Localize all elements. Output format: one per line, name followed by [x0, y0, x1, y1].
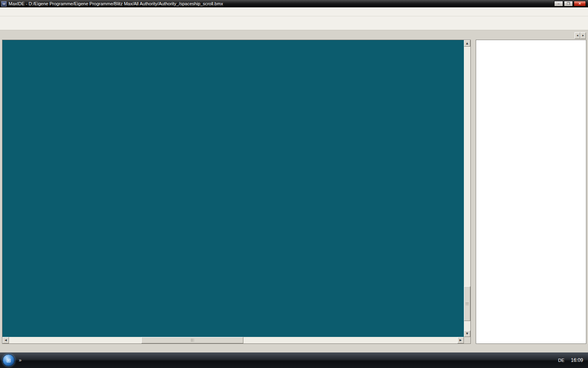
menu-bar	[0, 7, 588, 16]
language-indicator[interactable]: DE	[558, 358, 564, 363]
start-button[interactable]: ⊞	[2, 354, 15, 366]
vertical-scrollbar[interactable]: ▲ ▼	[464, 40, 470, 337]
panel-tab-strip: ◂ ▸	[476, 31, 586, 40]
system-tray: DE 16:09	[558, 357, 588, 363]
close-button[interactable]: ✕	[574, 1, 586, 7]
taskbar: ⊞ » DE 16:09	[0, 352, 588, 368]
title-bar: M MaxIDE - D:/Eigene Programme/Eigene Pr…	[0, 0, 588, 7]
vertical-scroll-thumb[interactable]	[464, 286, 470, 321]
scroll-right-icon[interactable]: ▶	[457, 337, 464, 343]
horizontal-scrollbar[interactable]: ◀ ▶	[2, 337, 464, 343]
scroll-left-icon[interactable]: ◀	[2, 337, 9, 343]
scroll-down-icon[interactable]: ▼	[464, 330, 470, 337]
help-tree	[476, 40, 586, 344]
window-title: MaxIDE - D:/Eigene Programme/Eigene Prog…	[9, 1, 554, 6]
code-editor[interactable]	[2, 40, 464, 337]
toolbar	[0, 16, 588, 30]
panel-tabs-right-icon[interactable]: ▸	[580, 32, 586, 39]
help-panel: ◂ ▸	[476, 31, 586, 344]
clock[interactable]: 16:09	[571, 357, 583, 363]
restore-button[interactable]: ❐	[564, 1, 573, 7]
quicklaunch-overflow-chevron[interactable]: »	[19, 357, 22, 363]
maxide-window-icon: M	[1, 1, 7, 7]
windows-flag-icon: ⊞	[7, 357, 11, 364]
editor-frame: ▲ ▼ ◀ ▶	[2, 40, 471, 344]
minimize-button[interactable]: –	[554, 1, 563, 7]
horizontal-scroll-thumb[interactable]	[141, 337, 243, 343]
scrollbar-corner	[464, 337, 470, 343]
scroll-up-icon[interactable]: ▲	[464, 40, 470, 47]
panel-tabs-left-icon[interactable]: ◂	[575, 32, 580, 39]
